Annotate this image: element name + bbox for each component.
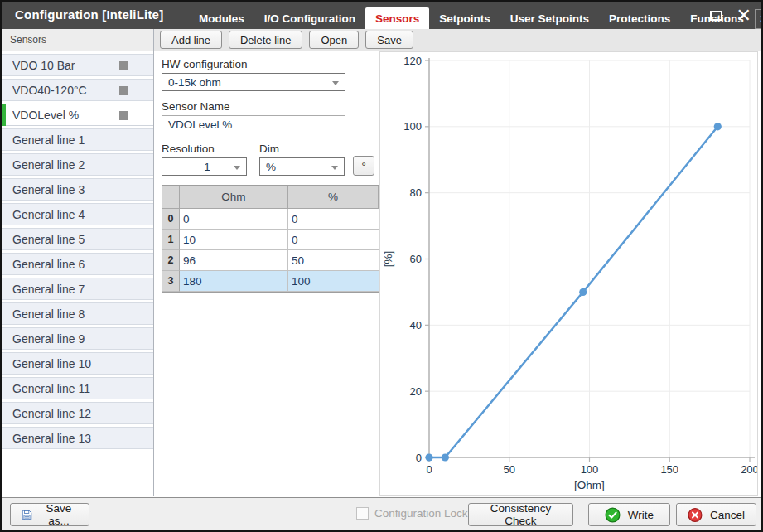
table-corner-cell bbox=[162, 186, 180, 209]
sidebar-item[interactable]: VDOLevel % bbox=[2, 104, 153, 126]
y-tick-label: 20 bbox=[410, 385, 422, 398]
configuration-lock-control: Configuration Lock bbox=[356, 507, 468, 520]
footer-bar: Save as... Configuration Lock Consistenc… bbox=[2, 497, 761, 530]
table-cell-ohm[interactable]: 180 bbox=[180, 271, 288, 292]
maximize-icon[interactable] bbox=[710, 11, 722, 21]
calibration-table: Ohm%0001100296503180100 bbox=[162, 185, 379, 293]
chevron-down-icon bbox=[331, 166, 338, 170]
sidebar-item-label: VDO 10 Bar bbox=[12, 59, 75, 72]
chevron-down-icon bbox=[234, 166, 240, 170]
configuration-lock-label: Configuration Lock bbox=[374, 507, 468, 520]
sidebar-item-label: General line 3 bbox=[12, 183, 85, 196]
sidebar-item[interactable]: General line 13 bbox=[2, 427, 153, 449]
sidebar-item[interactable]: General line 12 bbox=[2, 402, 153, 424]
sidebar-header: Sensors bbox=[2, 29, 153, 51]
sidebar-item-label: General line 11 bbox=[12, 382, 90, 395]
save-as-button[interactable]: Save as... bbox=[10, 503, 89, 526]
hw-configuration-select[interactable]: 0-15k ohm bbox=[162, 73, 345, 91]
table-cell-ohm[interactable]: 0 bbox=[180, 209, 288, 230]
table-cell-pct[interactable]: 0 bbox=[288, 209, 379, 230]
table-cell-pct[interactable]: 0 bbox=[288, 230, 379, 250]
sidebar-item[interactable]: General line 2 bbox=[2, 153, 153, 176]
sensor-name-value: VDOLevel % bbox=[168, 118, 232, 131]
tab-sensors[interactable]: Sensors bbox=[365, 7, 429, 30]
tab-protections[interactable]: Protections bbox=[599, 7, 680, 30]
y-tick-label: 40 bbox=[410, 319, 422, 331]
x-tick-label: 150 bbox=[660, 463, 678, 476]
hw-configuration-label: HW configuration bbox=[162, 58, 379, 70]
sidebar-item[interactable]: General line 11 bbox=[2, 377, 153, 399]
sensor-list: VDO 10 BarVDO40-120°CVDOLevel %General l… bbox=[2, 51, 153, 449]
dim-select[interactable]: % bbox=[259, 157, 345, 176]
row-index-cell[interactable]: 0 bbox=[162, 209, 180, 230]
save-button[interactable]: Save bbox=[365, 31, 413, 49]
tab-user-setpoints[interactable]: User Setpoints bbox=[500, 7, 599, 30]
window-title: Configuration [InteliLite] bbox=[15, 7, 163, 22]
sidebar-item-label: General line 4 bbox=[12, 208, 85, 221]
sensor-status-square-icon bbox=[119, 86, 128, 95]
sidebar-item[interactable]: General line 10 bbox=[2, 352, 153, 375]
consistency-check-button[interactable]: Consistency Check bbox=[468, 503, 573, 526]
column-header: % bbox=[288, 186, 379, 209]
main-tab-bar: ModulesI/O ConfigurationSensorsSetpoints… bbox=[189, 7, 763, 30]
add-line-button[interactable]: Add line bbox=[160, 31, 222, 49]
floppy-disk-icon bbox=[22, 508, 32, 522]
write-button[interactable]: Write bbox=[588, 503, 670, 526]
resolution-select[interactable]: 1 bbox=[162, 157, 247, 176]
window-controls: ✕ bbox=[710, 5, 751, 27]
tab-modules[interactable]: Modules bbox=[189, 7, 254, 30]
sidebar-item-label: General line 1 bbox=[12, 133, 85, 147]
sidebar-item-label: VDOLevel % bbox=[12, 109, 79, 122]
series-line bbox=[429, 127, 717, 457]
sidebar-item[interactable]: VDO 10 Bar bbox=[2, 54, 153, 76]
sidebar-item[interactable]: General line 6 bbox=[2, 253, 153, 275]
cancel-button[interactable]: Cancel bbox=[676, 503, 756, 526]
x-axis-label: [Ohm] bbox=[574, 479, 605, 491]
table-cell-ohm[interactable]: 96 bbox=[180, 250, 288, 271]
sidebar-item-label: General line 6 bbox=[12, 258, 85, 271]
sidebar-item[interactable]: General line 9 bbox=[2, 327, 153, 350]
sidebar-item-label: VDO40-120°C bbox=[12, 84, 87, 97]
table-cell-pct[interactable]: 100 bbox=[288, 271, 379, 292]
sidebar-item[interactable]: General line 7 bbox=[2, 278, 153, 300]
chevron-down-icon bbox=[332, 81, 339, 85]
dim-value: % bbox=[266, 161, 276, 173]
x-tick-label: 50 bbox=[504, 463, 515, 476]
column-header: Ohm bbox=[180, 186, 288, 209]
sidebar-item-label: General line 10 bbox=[12, 357, 91, 370]
sidebar-item[interactable]: General line 3 bbox=[2, 178, 153, 201]
y-axis-label: [%] bbox=[382, 251, 394, 268]
tab-overflow-button[interactable]: > bbox=[755, 9, 763, 29]
close-icon[interactable]: ✕ bbox=[736, 7, 751, 25]
y-tick-label: 60 bbox=[410, 253, 422, 265]
toolbar: Add lineDelete lineOpenSave bbox=[154, 29, 761, 51]
axis-lines bbox=[429, 58, 755, 457]
sidebar-item[interactable]: General line 1 bbox=[2, 128, 153, 151]
write-label: Write bbox=[628, 509, 654, 521]
row-index-cell[interactable]: 3 bbox=[162, 271, 180, 292]
delete-line-button[interactable]: Delete line bbox=[229, 31, 302, 49]
open-button[interactable]: Open bbox=[309, 31, 359, 49]
sensor-status-square-icon bbox=[119, 111, 128, 120]
sensor-curve-chart: 020406080100120050100150200[Ohm][%] bbox=[380, 52, 757, 495]
sensor-name-input[interactable]: VDOLevel % bbox=[162, 115, 345, 133]
sidebar-item-label: General line 7 bbox=[12, 283, 85, 296]
tab-i-o-configuration[interactable]: I/O Configuration bbox=[254, 7, 365, 30]
tab-setpoints[interactable]: Setpoints bbox=[429, 7, 500, 30]
x-tick-label: 0 bbox=[426, 463, 432, 476]
row-index-cell[interactable]: 1 bbox=[162, 230, 180, 250]
table-cell-pct[interactable]: 50 bbox=[288, 250, 379, 271]
data-point-marker bbox=[442, 453, 449, 461]
chart-panel: 020406080100120050100150200[Ohm][%] bbox=[379, 51, 758, 496]
configuration-lock-checkbox[interactable] bbox=[356, 507, 369, 520]
sidebar-item[interactable]: General line 5 bbox=[2, 228, 153, 250]
sidebar-item[interactable]: General line 8 bbox=[2, 302, 153, 325]
sidebar-item[interactable]: VDO40-120°C bbox=[2, 79, 153, 101]
sidebar-item[interactable]: General line 4 bbox=[2, 203, 153, 225]
data-point-marker bbox=[425, 453, 432, 461]
degree-button[interactable]: ° bbox=[353, 156, 374, 176]
sidebar-item-label: General line 5 bbox=[12, 233, 85, 246]
sidebar-item-label: General line 8 bbox=[12, 307, 85, 321]
row-index-cell[interactable]: 2 bbox=[162, 250, 180, 271]
table-cell-ohm[interactable]: 10 bbox=[180, 230, 288, 250]
